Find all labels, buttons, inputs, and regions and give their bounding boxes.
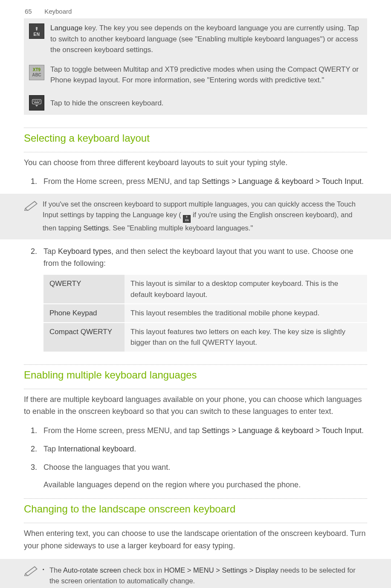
note-bullet-list: The Auto-rotate screen check box in HOME…: [43, 565, 367, 588]
svg-rect-3: [33, 100, 35, 101]
step-number: 2.: [31, 245, 37, 258]
list-item: 3. Choose the languages that you want. A…: [43, 461, 367, 491]
list-item: 2. Tap International keyboard.: [43, 443, 367, 455]
step-number: 2.: [31, 443, 37, 455]
steps-list: 2. Tap Keyboard types, and then select t…: [24, 245, 367, 352]
pencil-icon: [24, 200, 41, 233]
note-box: The Auto-rotate screen check box in HOME…: [0, 559, 391, 588]
page-number: 65: [25, 8, 39, 15]
layout-label: QWERTY: [43, 275, 125, 304]
svg-rect-6: [39, 100, 40, 101]
svg-rect-5: [37, 100, 38, 101]
key-description: Tap to hide the onscreen keyboard.: [50, 94, 164, 109]
table-row: QWERTY This layout is similar to a deskt…: [43, 275, 367, 304]
language-key-icon: EN: [29, 23, 44, 39]
svg-rect-2: [32, 99, 41, 104]
table-row: Phone Keypad This layout resembles the t…: [43, 304, 367, 323]
svg-rect-9: [187, 217, 187, 218]
svg-rect-7: [34, 102, 39, 103]
pencil-icon: [24, 565, 41, 588]
list-item: 2. Tap Keyboard types, and then select t…: [43, 245, 367, 352]
step-number: 1.: [31, 175, 37, 188]
xt9-key-icon: XT9 ABC: [29, 65, 44, 80]
key-description: Language key. The key you see depends on…: [50, 23, 362, 55]
layout-desc: This layout is similar to a desktop comp…: [125, 275, 367, 304]
note-box: If you've set the onscreen keyboard to s…: [0, 194, 391, 239]
table-row: XT9 ABC Tap to toggle between Multitap a…: [24, 60, 367, 90]
section-heading-wrap: Changing to the landscape onscreen keybo…: [24, 498, 367, 523]
language-key-label: EN: [34, 32, 40, 37]
list-item: 1. From the Home screen, press MENU, and…: [43, 425, 367, 437]
step-note: Available languages depend on the region…: [43, 479, 367, 491]
note-text: If you've set the onscreen keyboard to s…: [43, 199, 367, 233]
table-row: Compact QWERTY This layout features two …: [43, 323, 367, 352]
section-heading-wrap: Enabling multiple keyboard languages: [24, 364, 367, 389]
svg-rect-4: [35, 100, 37, 101]
keyboard-layouts-table: QWERTY This layout is similar to a deskt…: [43, 275, 367, 352]
xt9-label-top: XT9: [33, 68, 41, 72]
xt9-label-bottom: ABC: [32, 73, 41, 77]
key-description: Tap to toggle between Multitap and XT9 p…: [50, 64, 362, 86]
section-intro: If there are multiple keyboard languages…: [24, 393, 367, 418]
step-number: 3.: [31, 461, 37, 474]
hide-keyboard-icon: [29, 95, 44, 111]
heading-selecting-layout: Selecting a keyboard layout: [24, 132, 367, 144]
steps-list: 1. From the Home screen, press MENU, and…: [24, 175, 367, 188]
section-intro: When entering text, you can choose to us…: [24, 527, 367, 552]
table-row: Tap to hide the onscreen keyboard.: [24, 90, 367, 115]
svg-rect-1: [36, 29, 38, 31]
key-descriptions-table: EN Language key. The key you see depends…: [24, 18, 367, 115]
page-header: 65 Keyboard: [0, 0, 391, 18]
layout-label: Phone Keypad: [43, 304, 125, 323]
section-heading-wrap: Selecting a keyboard layout: [24, 128, 367, 152]
language-key-name: Language: [50, 24, 83, 32]
steps-list: 1. From the Home screen, press MENU, and…: [24, 425, 367, 491]
heading-landscape-keyboard: Changing to the landscape onscreen keybo…: [24, 503, 367, 515]
list-item: 1. From the Home screen, press MENU, and…: [43, 175, 367, 188]
layout-desc: This layout features two letters on each…: [125, 323, 367, 352]
language-key-icon: EN: [183, 215, 191, 223]
step-number: 1.: [31, 425, 37, 437]
layout-label: Compact QWERTY: [43, 323, 125, 352]
table-row: EN Language key. The key you see depends…: [24, 18, 367, 60]
list-item: The Auto-rotate screen check box in HOME…: [43, 565, 367, 586]
section-intro: You can choose from three different keyb…: [24, 157, 367, 169]
layout-desc: This layout resembles the traditional mo…: [125, 304, 367, 323]
heading-multiple-languages: Enabling multiple keyboard languages: [24, 369, 367, 381]
header-section-title: Keyboard: [44, 8, 72, 15]
note-text: The Auto-rotate screen check box in HOME…: [43, 564, 367, 588]
